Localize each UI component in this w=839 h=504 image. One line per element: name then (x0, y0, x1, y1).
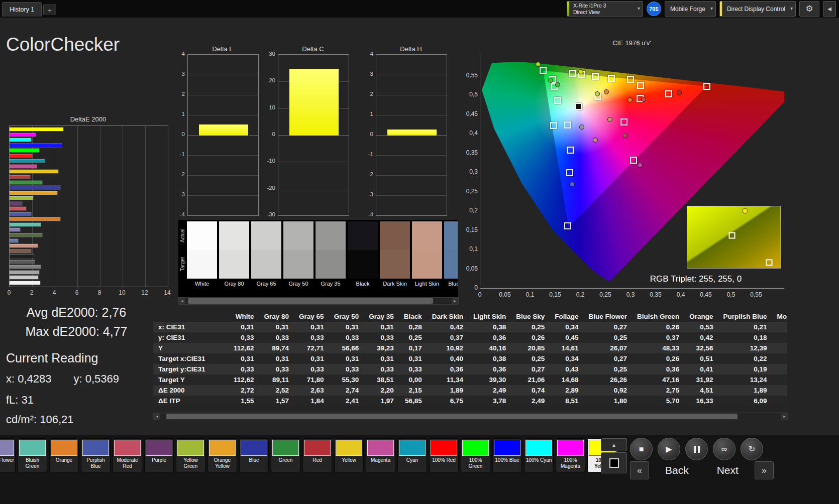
table-cell: 0,48 (772, 322, 787, 332)
next-button[interactable]: Next (705, 462, 751, 479)
de-bar (10, 133, 36, 137)
collapse-panel-button[interactable]: ◀ (823, 1, 836, 17)
double-chevron-left-icon: « (637, 465, 642, 476)
table-cell: 10,92 (427, 343, 468, 353)
patch-window-button[interactable] (601, 452, 627, 473)
workflow-dropdown[interactable]: Direct Display Control ▾ (719, 1, 796, 17)
table-cell: 0,36 (632, 364, 684, 374)
axis-tick-label: 0,15 (548, 291, 563, 298)
scroll-right-arrow[interactable]: ► (781, 413, 788, 420)
swatch-patch: Black (348, 221, 378, 287)
target-marker (569, 70, 576, 77)
swatch-label: Gray 50 (283, 281, 313, 287)
axis-tick-label: 20 (260, 77, 275, 83)
play-button[interactable]: ▶ (658, 438, 680, 460)
transport-controls: ▲ ■ ▶ ∞ ↻ (599, 435, 839, 504)
de-bar (10, 223, 41, 226)
axis-tick-label: 0 (170, 131, 185, 137)
back-button[interactable]: Back (653, 462, 701, 479)
tab-label: History 1 (10, 6, 34, 13)
reading-fl: fL: 31 (6, 394, 152, 407)
table-cell: 0,22 (718, 353, 772, 364)
tab-history-1[interactable]: History 1 (2, 2, 42, 17)
table-row: x: CIE310,310,310,310,310,310,280,420,38… (153, 322, 787, 332)
scrollbar-track[interactable] (185, 298, 452, 304)
delta-h-panel: Delta H 43210-1-2-3-4 (358, 45, 449, 222)
repeat-icon: ↻ (749, 444, 755, 454)
swatch-strip: Actual Target WhiteGray 80Gray 65Gray 50… (178, 220, 458, 304)
table-row: Target Y112,6289,1171,8055,3038,510,0011… (153, 374, 787, 385)
scrollbar-thumb[interactable] (166, 414, 738, 419)
workflow-accent (720, 2, 722, 16)
current-reading-xy: x: 0,4283 y: 0,5369 (6, 372, 152, 386)
scroll-right-arrow[interactable]: ► (452, 298, 458, 304)
row-header: Target Y (153, 374, 229, 385)
meter-label: X-Rite i1Pro 3 Direct View (573, 3, 606, 15)
last-page-button[interactable]: » (755, 461, 774, 479)
table-cell: 13,24 (718, 374, 772, 385)
toolbar-patch-100-blue[interactable]: 100% Blue (492, 438, 522, 472)
toolbar-patch-purple[interactable]: Purple (144, 438, 174, 472)
toolbar-patch-magenta[interactable]: Magenta (366, 438, 395, 472)
toolbar-patch-red[interactable]: Red (302, 438, 332, 472)
target-marker (620, 118, 627, 125)
target-marker (608, 75, 615, 82)
settings-button[interactable]: ⚙ (799, 1, 819, 17)
scroll-left-arrow[interactable]: ◄ (154, 413, 160, 420)
gridline (100, 126, 100, 287)
expand-toolbar-button[interactable]: ▲ (601, 438, 627, 451)
table-cell: 0,31 (259, 322, 294, 332)
toolbar-patch-bluish-green[interactable]: Bluish Green (18, 438, 47, 472)
target-marker (564, 121, 571, 129)
toolbar-patch-orange[interactable]: Orange (49, 438, 79, 472)
first-page-button[interactable]: « (630, 461, 649, 479)
de-bar (10, 255, 34, 258)
patch-color-swatch (19, 440, 46, 456)
axis-tick-label: -2 (358, 171, 373, 177)
pause-button[interactable] (685, 438, 708, 460)
patch-color-swatch (431, 440, 457, 456)
table-cell: 0,27 (584, 322, 633, 332)
de-bar (10, 260, 35, 264)
toolbar-patch-blue-flower[interactable]: Blue Flower (0, 438, 16, 472)
toolbar-patch-yellow[interactable]: Yellow (334, 438, 364, 472)
meter-dropdown[interactable]: X-Rite i1Pro 3 Direct View ▾ (567, 1, 643, 17)
stop-button[interactable]: ■ (630, 438, 653, 460)
gridline (376, 75, 447, 75)
axis-tick-label: -30 (260, 211, 275, 217)
target-swatch (412, 250, 442, 279)
toolbar-patch-100-red[interactable]: 100% Red (429, 438, 459, 472)
actual-swatch (412, 221, 442, 250)
continuous-measure-button[interactable]: ∞ (713, 438, 736, 460)
repeat-measure-button[interactable]: ↻ (741, 438, 763, 460)
gridline (376, 175, 447, 176)
toolbar-patch-moderate-red[interactable]: Moderate Red (113, 438, 142, 472)
table-scrollbar[interactable]: ◄ ► (153, 413, 788, 420)
scrollbar-track[interactable] (160, 413, 781, 420)
axis-tick-label: 0,45 (461, 110, 478, 117)
toolbar-patch-100-green[interactable]: 100% Green (461, 438, 490, 472)
table-cell: 20,85 (511, 343, 550, 353)
toolbar-patch-green[interactable]: Green (271, 438, 300, 472)
infinity-icon: ∞ (721, 445, 727, 454)
swatch-scrollbar[interactable]: ◄ ► (178, 297, 459, 305)
toolbar-patch-purplish-blue[interactable]: Purplish Blue (81, 438, 111, 472)
scroll-left-arrow[interactable]: ◄ (179, 298, 185, 304)
toolbar-patch-100-magenta[interactable]: 100% Magenta (556, 438, 585, 472)
table-cell: 1,97 (364, 396, 399, 406)
source-dropdown[interactable]: Mobile Forge ▾ (665, 1, 716, 17)
toolbar-patch-orange-yellow[interactable]: Orange Yellow (207, 438, 237, 472)
toolbar-patch-cyan[interactable]: Cyan (397, 438, 427, 472)
measurement-marker (622, 133, 627, 138)
axis-tick-label: 0,35 (461, 149, 478, 156)
table-cell: 12,39 (718, 343, 772, 353)
table-cell: 0,31 (364, 353, 399, 364)
toolbar-patch-blue[interactable]: Blue (239, 438, 269, 472)
table-cell: 0,31 (399, 353, 427, 364)
toolbar-patch-yellow-green[interactable]: Yellow Green (176, 438, 205, 472)
new-tab-button[interactable]: + (43, 5, 56, 15)
patch-name: Purplish Blue (81, 457, 110, 472)
toolbar-patch-100-cyan[interactable]: 100% Cyan (524, 438, 554, 472)
scrollbar-thumb[interactable] (188, 298, 433, 304)
table-row: Target x:CIE310,310,310,310,310,310,310,… (153, 353, 787, 364)
